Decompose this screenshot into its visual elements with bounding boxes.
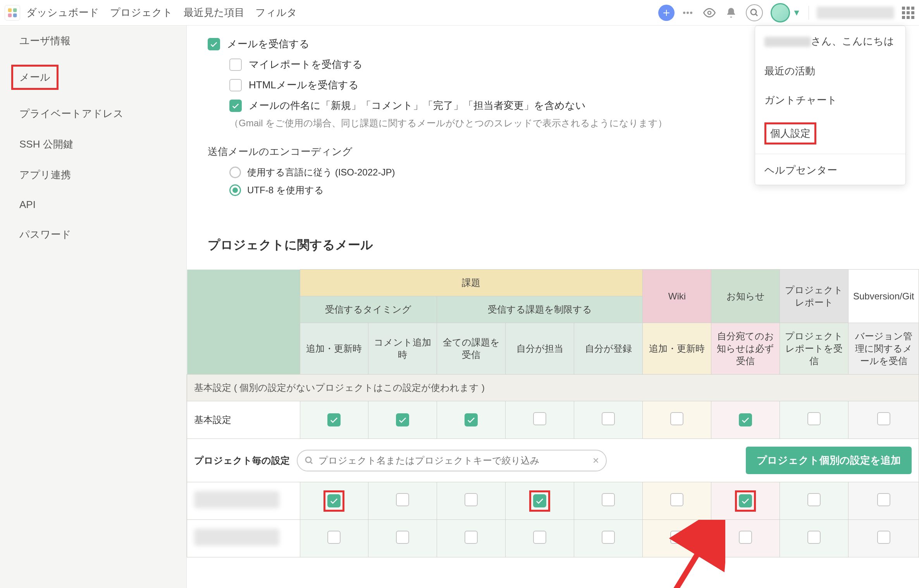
table-checkbox[interactable] — [807, 412, 821, 425]
sidebar-item-password[interactable]: パスワード — [0, 219, 186, 250]
avatar-menu-trigger[interactable]: ▼ — [771, 3, 801, 22]
th-col: 自分宛てのお知らせは必ず受信 — [711, 323, 780, 375]
table-checkbox[interactable] — [670, 493, 683, 506]
table-checkbox[interactable] — [602, 493, 615, 506]
table-checkbox[interactable] — [877, 531, 890, 544]
table-checkbox[interactable] — [877, 412, 890, 425]
sidebar-item-integrations[interactable]: アプリ連携 — [0, 160, 186, 190]
th-notice: お知らせ — [711, 270, 780, 323]
table-cell — [643, 520, 711, 557]
table-checkbox[interactable] — [465, 531, 478, 544]
more-icon[interactable] — [681, 6, 695, 20]
svg-point-5 — [687, 12, 689, 14]
nav-projects[interactable]: プロジェクト — [110, 6, 173, 19]
table-checkbox[interactable] — [739, 531, 752, 544]
table-checkbox[interactable] — [739, 413, 752, 426]
th-col: 追加・更新時 — [300, 323, 368, 375]
table-checkbox[interactable] — [396, 413, 409, 426]
svg-line-11 — [310, 462, 312, 464]
th-col: 追加・更新時 — [643, 323, 711, 375]
add-project-settings-button[interactable]: プロジェクト個別の設定を追加 — [746, 447, 912, 474]
radio[interactable] — [229, 167, 241, 178]
table-checkbox[interactable] — [465, 413, 478, 426]
table-checkbox[interactable] — [533, 494, 546, 507]
checkbox-label: HTMLメールを受信する — [249, 78, 359, 92]
checkbox[interactable] — [229, 79, 242, 91]
project-search-input[interactable] — [318, 455, 588, 466]
table-checkbox[interactable] — [807, 531, 821, 544]
bell-icon[interactable] — [724, 6, 738, 20]
dropdown-personal-settings[interactable]: 個人設定 — [755, 115, 905, 152]
th-col: 自分が登録 — [574, 323, 643, 375]
separator — [809, 6, 809, 20]
dropdown-help[interactable]: ヘルプセンター — [755, 156, 905, 185]
table-checkbox[interactable] — [670, 531, 683, 544]
checkbox[interactable] — [229, 100, 242, 112]
table-checkbox[interactable] — [670, 412, 683, 425]
dropdown-gantt[interactable]: ガントチャート — [755, 86, 905, 115]
table-checkbox[interactable] — [465, 493, 478, 506]
search-icon[interactable] — [746, 4, 763, 21]
sidebar-label: ユーザ情報 — [19, 35, 71, 46]
table-checkbox[interactable] — [602, 531, 615, 544]
caret-down-icon: ▼ — [792, 8, 801, 18]
radio-utf8[interactable]: UTF-8 を使用する — [229, 184, 898, 196]
sidebar-item-api[interactable]: API — [0, 190, 186, 219]
nav-dashboard[interactable]: ダッシュボード — [26, 6, 99, 19]
sidebar-item-private[interactable]: プライベートアドレス — [0, 98, 186, 129]
table-cell — [300, 482, 368, 520]
table-checkbox[interactable] — [602, 412, 615, 425]
dropdown-label: ガントチャート — [764, 94, 837, 106]
checkbox[interactable] — [229, 58, 242, 71]
table-checkbox[interactable] — [807, 493, 821, 506]
apps-icon[interactable] — [902, 7, 914, 19]
dropdown-divider — [755, 154, 905, 154]
project-name-cell — [187, 482, 300, 520]
table-checkbox[interactable] — [327, 413, 341, 426]
user-dropdown: さん、こんにちは 最近の活動 ガントチャート 個人設定 ヘルプセンター — [755, 26, 906, 185]
sidebar-item-userinfo[interactable]: ユーザ情報 — [0, 26, 186, 56]
header-right: ▼ — [681, 3, 914, 22]
th-issue: 課題 — [300, 270, 643, 296]
dropdown-greeting: さん、こんにちは — [755, 26, 905, 57]
radio[interactable] — [229, 184, 241, 196]
sidebar-item-mail[interactable]: メール — [0, 56, 186, 98]
table-cell — [643, 401, 711, 439]
project-search[interactable]: × — [297, 450, 607, 471]
add-button[interactable]: ＋ — [658, 5, 675, 21]
table-cell — [848, 520, 919, 557]
per-project-header: プロジェクト毎の設定×プロジェクト個別の設定を追加 — [187, 439, 919, 482]
table-checkbox[interactable] — [533, 531, 546, 544]
radio-label: UTF-8 を使用する — [247, 184, 324, 196]
table-checkbox[interactable] — [396, 531, 409, 544]
table-row-base: 基本設定 — [187, 401, 919, 439]
table-cell — [368, 482, 437, 520]
clear-icon[interactable]: × — [593, 454, 599, 467]
table-checkbox[interactable] — [739, 494, 752, 507]
sidebar-label: プライベートアドレス — [19, 108, 124, 119]
username-blurred — [764, 37, 811, 47]
table-cell — [780, 401, 848, 439]
main: さん、こんにちは 最近の活動 ガントチャート 個人設定 ヘルプセンター メールを… — [187, 26, 919, 588]
table-cell — [506, 520, 574, 557]
table-checkbox[interactable] — [533, 412, 546, 425]
nav-filter[interactable]: フィルタ — [255, 6, 297, 19]
nav-recent[interactable]: 最近見た項目 — [184, 6, 244, 19]
table-cell — [574, 401, 643, 439]
table-cell — [437, 482, 506, 520]
table-checkbox[interactable] — [327, 494, 341, 507]
table-row-project — [187, 482, 919, 520]
checkbox[interactable] — [208, 38, 220, 50]
table-checkbox[interactable] — [327, 531, 341, 544]
table-checkbox[interactable] — [396, 493, 409, 506]
sidebar-label: パスワード — [19, 229, 71, 240]
checkbox-label: マイレポートを受信する — [249, 58, 363, 71]
watch-icon[interactable] — [702, 6, 716, 20]
svg-rect-1 — [13, 8, 17, 12]
table-cell — [574, 482, 643, 520]
logo[interactable] — [5, 5, 20, 21]
sidebar-item-ssh[interactable]: SSH 公開鍵 — [0, 129, 186, 160]
dropdown-recent[interactable]: 最近の活動 — [755, 57, 905, 86]
table-checkbox[interactable] — [877, 493, 890, 506]
th-report: プロジェクトレポート — [780, 270, 848, 323]
